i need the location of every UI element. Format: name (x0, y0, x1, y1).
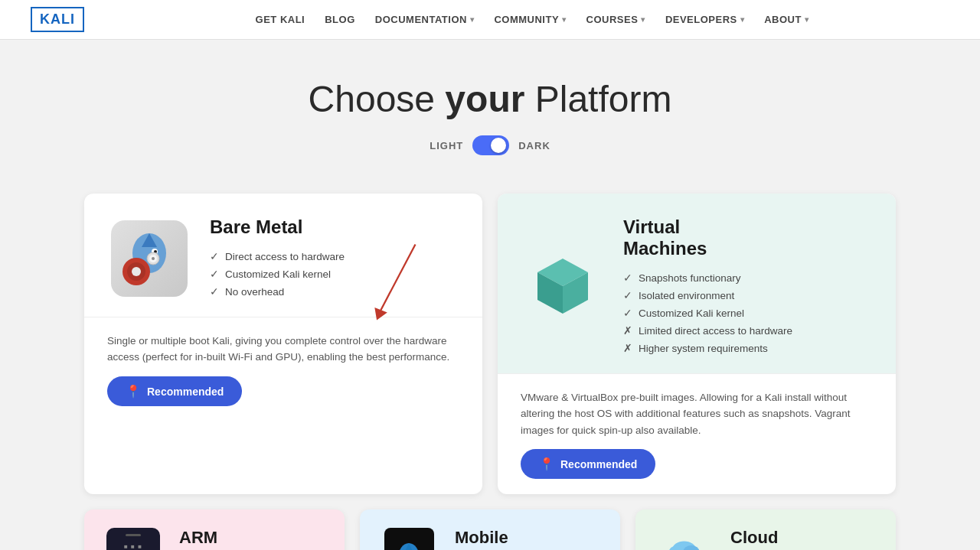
nav-link-get-kali[interactable]: GET KALI (248, 9, 313, 30)
feature-item: ✓Customized Kali kernel (623, 305, 792, 323)
arm-card-inner: ■ ■ ■ arm ■ ■ ■ ARM ✓Range of hardware f… (84, 509, 345, 550)
cloud-title: Cloud (730, 528, 877, 548)
main-content: Choose your Platform LIGHT DARK (0, 40, 980, 550)
pin-icon: 📍 (539, 457, 554, 471)
arm-icon: ■ ■ ■ arm ■ ■ ■ (103, 528, 164, 550)
page-title: Choose your Platform (15, 78, 965, 120)
mobile-title: Mobile (455, 528, 602, 548)
bare-metal-features: ✓Direct access to hardware ✓Customized K… (210, 249, 345, 301)
bare-metal-icon (107, 216, 191, 301)
vm-recommended-button[interactable]: 📍 Recommended (521, 449, 655, 479)
chevron-down-icon: ▾ (562, 15, 567, 24)
svg-point-7 (132, 267, 141, 276)
feature-item: ✓Customized Kali kernel (210, 266, 345, 284)
nav-item-documentation[interactable]: DOCUMENTATION ▾ (368, 9, 482, 30)
bare-metal-bottom: Single or multiple boot Kali, giving you… (84, 317, 482, 421)
feature-item: ✓Isolated environment (623, 288, 792, 305)
nav-link-courses[interactable]: COURSES ▾ (579, 9, 653, 30)
feature-item: ✗Higher system requirements (623, 340, 792, 358)
nav-links: GET KALI BLOG DOCUMENTATION ▾ COMMUNITY … (115, 9, 949, 30)
nav-item-community[interactable]: COMMUNITY ▾ (486, 9, 573, 30)
mobile-info: Mobile ✓Kali layered on Android ✓Kali in… (455, 528, 602, 550)
nav-item-about[interactable]: ABOUT ▾ (756, 9, 816, 30)
vm-cube-svg (528, 252, 597, 321)
kali-logo[interactable]: KALI (31, 7, 84, 32)
feature-item: ✓No overhead (210, 284, 345, 301)
vm-info: VirtualMachines ✓Snapshots functionary ✓… (623, 216, 792, 358)
vm-card-top: VirtualMachines ✓Snapshots functionary ✓… (498, 194, 896, 373)
vm-features: ✓Snapshots functionary ✓Isolated environ… (623, 270, 792, 358)
bare-metal-info: Bare Metal ✓Direct access to hardware ✓C… (210, 216, 345, 301)
top-cards: Bare Metal ✓Direct access to hardware ✓C… (84, 194, 896, 494)
nav-link-about[interactable]: ABOUT ▾ (756, 9, 816, 30)
bare-metal-title: Bare Metal (210, 216, 345, 238)
vm-icon (521, 245, 605, 329)
nav-link-developers[interactable]: DEVELOPERS ▾ (658, 9, 752, 30)
mobile-icon (378, 528, 439, 550)
nav-item-developers[interactable]: DEVELOPERS ▾ (658, 9, 752, 30)
bare-metal-card-top: Bare Metal ✓Direct access to hardware ✓C… (84, 194, 482, 317)
bare-metal-svg (107, 216, 191, 301)
bottom-cards: ■ ■ ■ arm ■ ■ ■ ARM ✓Range of hardware f… (84, 509, 896, 550)
nav-item-get-kali[interactable]: GET KALI (248, 9, 313, 30)
svg-point-10 (152, 257, 155, 260)
nav-link-documentation[interactable]: DOCUMENTATION ▾ (368, 9, 482, 30)
cloud-card: Cloud ✓Fast deployment ✓Can leverage pro… (635, 509, 896, 550)
mobile-card: Mobile ✓Kali layered on Android ✓Kali in… (360, 509, 620, 550)
nav-link-community[interactable]: COMMUNITY ▾ (486, 9, 573, 30)
arm-phone-icon: ■ ■ ■ arm ■ ■ ■ (106, 528, 160, 550)
mobile-screen-icon (384, 528, 434, 550)
cloud-icon (654, 528, 715, 550)
arm-title: ARM (179, 528, 326, 548)
feature-item: ✓Snapshots functionary (623, 270, 792, 288)
dark-label: DARK (518, 140, 550, 151)
arm-card: ■ ■ ■ arm ■ ■ ■ ARM ✓Range of hardware f… (84, 509, 345, 550)
chevron-down-icon: ▾ (805, 15, 809, 24)
hero-section: Choose your Platform LIGHT DARK (0, 40, 980, 178)
feature-item: ✗Limited direct access to hardware (623, 323, 792, 340)
chevron-down-icon: ▾ (470, 15, 475, 24)
theme-toggle[interactable] (472, 135, 509, 155)
mobile-card-inner: Mobile ✓Kali layered on Android ✓Kali in… (360, 509, 620, 550)
bare-metal-recommended-button[interactable]: 📍 Recommended (107, 376, 242, 406)
bare-metal-card: Bare Metal ✓Direct access to hardware ✓C… (84, 194, 482, 494)
chevron-down-icon: ▾ (641, 15, 645, 24)
theme-toggle-row: LIGHT DARK (15, 135, 965, 155)
nav-item-courses[interactable]: COURSES ▾ (579, 9, 653, 30)
nav-link-blog[interactable]: BLOG (317, 9, 363, 30)
light-label: LIGHT (430, 140, 463, 151)
vm-description: VMware & VirtualBox pre-built images. Al… (521, 389, 873, 439)
navigation: KALI GET KALI BLOG DOCUMENTATION ▾ COMMU… (0, 0, 980, 40)
vm-bottom: VMware & VirtualBox pre-built images. Al… (498, 373, 896, 495)
cloud-svg-icon (654, 532, 715, 550)
feature-item: ✓Direct access to hardware (210, 249, 345, 266)
vm-title: VirtualMachines (623, 216, 792, 259)
bare-metal-description: Single or multiple boot Kali, giving you… (107, 333, 459, 366)
cloud-info: Cloud ✓Fast deployment ✓Can leverage pro… (730, 528, 877, 550)
arm-info: ARM ✓Range of hardware from the leave-be… (179, 528, 326, 550)
nav-item-blog[interactable]: BLOG (317, 9, 363, 30)
cards-section: Bare Metal ✓Direct access to hardware ✓C… (69, 178, 911, 550)
virtual-machines-card: VirtualMachines ✓Snapshots functionary ✓… (498, 194, 896, 494)
chevron-down-icon: ▾ (740, 15, 745, 24)
pin-icon: 📍 (126, 384, 141, 399)
cloud-card-inner: Cloud ✓Fast deployment ✓Can leverage pro… (635, 509, 896, 550)
